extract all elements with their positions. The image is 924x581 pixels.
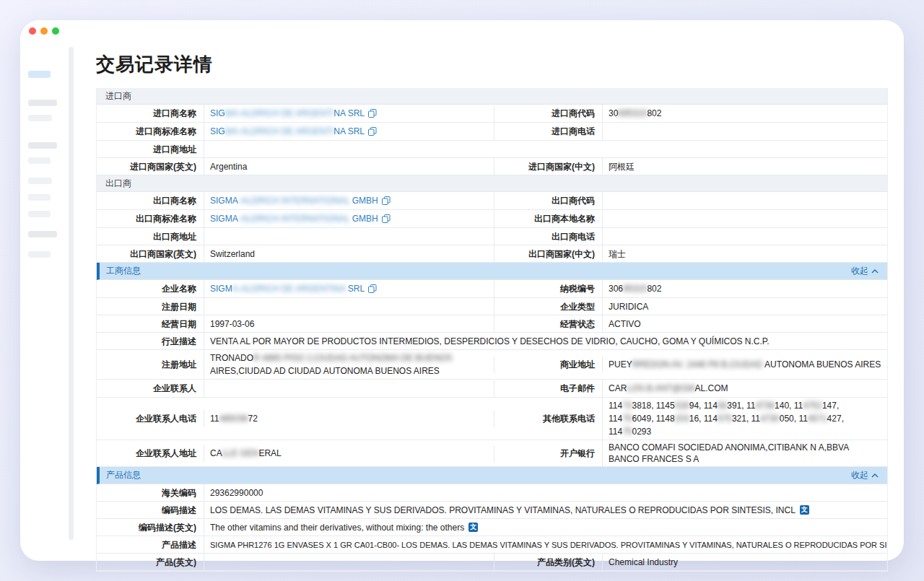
email-value: CARLOS.B.ANT@GMAL.COM: [602, 380, 887, 397]
tax-number-value: 30695315802: [602, 280, 887, 297]
section-header-exporter: 出口商: [97, 175, 887, 192]
product-en-value: [204, 554, 494, 570]
exporter-country-en-value: Switzerland: [204, 245, 494, 262]
field-label: 开户银行: [494, 445, 602, 462]
table-row: 出口商标准名称 SIGMA-ALDRICH INTERNATIONAL GMBH…: [97, 210, 887, 228]
field-label: 行业描述: [97, 333, 204, 349]
field-label: 编码描述: [97, 502, 204, 518]
field-label: 商业地址: [494, 357, 602, 373]
exporter-std-name-cell: SIGMA-ALDRICH INTERNATIONAL GMBH: [204, 210, 494, 227]
field-label: 电子邮件: [494, 380, 602, 397]
field-label: 进口商国家(中文): [494, 158, 602, 175]
field-label: 进口商电话: [494, 123, 602, 140]
importer-country-en-value: Argentina: [204, 158, 494, 175]
table-row: 经营日期 1997-03-06 经营状态 ACTIVO: [97, 315, 887, 333]
field-label: 编码描述(英文): [97, 519, 204, 536]
field-label: 产品(英文): [97, 554, 204, 570]
table-row: 出口商名称 SIGMA-ALDRICH INTERNATIONAL GMBH 出…: [97, 192, 887, 210]
field-label: 注册日期: [97, 298, 204, 315]
table-row: 企业联系人 电子邮件 CARLOS.B.ANT@GMAL.COM: [97, 380, 887, 398]
field-label: 其他联系电话: [494, 411, 602, 427]
copy-icon[interactable]: [368, 284, 377, 293]
operation-status-value: ACTIVO: [602, 315, 887, 332]
copy-icon[interactable]: [382, 196, 391, 205]
field-label: 出口商标准名称: [97, 211, 204, 227]
table-row: 产品(英文) 产品类别(英文) Chemical Industry: [97, 554, 887, 571]
section-header-business-info: 工商信息 收起: [97, 263, 887, 280]
table-row: 行业描述 VENTA AL POR MAYOR DE PRODUCTOS INT…: [97, 333, 887, 350]
exporter-std-name-link[interactable]: SIGMA-ALDRICH INTERNATIONAL GMBH: [210, 212, 378, 225]
field-label: 进口商代码: [494, 105, 602, 122]
field-label: 进口商国家(英文): [97, 158, 204, 175]
table-row: 产品描述 SIGMA PHR1276 1G ENVASES X 1 GR CA0…: [97, 536, 887, 554]
product-description-value: SIGMA PHR1276 1G ENVASES X 1 GR CA01-CB0…: [204, 536, 887, 553]
window-controls: [29, 27, 59, 35]
exporter-name-link[interactable]: SIGMA-ALDRICH INTERNATIONAL GMBH: [210, 194, 378, 207]
field-label: 产品类别(英文): [494, 554, 602, 570]
contact-address-value: CALLE GENERAL: [204, 445, 494, 462]
sidebar-skeleton-bar: [28, 231, 57, 237]
chevron-up-icon: [871, 269, 879, 274]
sidebar-skeleton-bar: [28, 115, 52, 121]
field-label: 进口商地址: [97, 141, 204, 157]
company-name-link[interactable]: SIGMA-ALDRICH DE ARGENTINA SRL: [210, 282, 365, 295]
field-label: 经营状态: [494, 315, 602, 332]
importer-country-cn-value: 阿根廷: [602, 158, 887, 175]
section-title: 产品信息: [106, 469, 141, 481]
collapse-button[interactable]: 收起: [851, 469, 879, 481]
copy-icon[interactable]: [382, 214, 391, 223]
company-contact-value: [204, 380, 494, 397]
exporter-country-cn-value: 瑞士: [602, 245, 887, 262]
sidebar-skeleton-bar: [28, 251, 51, 258]
table-row: 出口商国家(英文) Switzerland 出口商国家(中文) 瑞士: [97, 245, 887, 263]
window-minimize-button[interactable]: [40, 27, 48, 35]
field-label: 出口商名称: [97, 193, 204, 209]
field-label: 出口商国家(英文): [97, 245, 204, 262]
copy-icon[interactable]: [368, 127, 377, 136]
sidebar-skeleton-bar: [28, 100, 57, 106]
window-zoom-button[interactable]: [52, 27, 59, 35]
exporter-code-value: [602, 193, 887, 209]
table-row: 进口商名称 SIGMA-ALDRICH DE ARGENTINA SRL 进口商…: [97, 105, 887, 123]
company-type-value: JURIDICA: [602, 298, 887, 315]
sidebar-skeleton: [27, 64, 65, 258]
business-address-value: PUEYRREDON AV. 2446 P8 B,CIUDAD AUTONOMA…: [602, 357, 887, 373]
field-label: 海关编码: [97, 484, 204, 501]
copy-icon[interactable]: [368, 109, 377, 118]
main-content: 交易记录详情 进口商 进口商名称 SIGMA-ALDRICH DE ARGENT…: [96, 49, 888, 572]
table-row: 企业联系人地址 CALLE GENERAL 开户银行 BANCO COMAFI …: [97, 440, 887, 467]
detail-table: 进口商 进口商名称 SIGMA-ALDRICH DE ARGENTINA SRL…: [96, 88, 888, 572]
sidebar-skeleton-bar: [28, 157, 51, 164]
window-close-button[interactable]: [29, 27, 36, 35]
sidebar-content-divider: [69, 47, 74, 540]
table-row: 进口商国家(英文) Argentina 进口商国家(中文) 阿根廷: [97, 158, 887, 175]
field-label: 企业联系人电话: [97, 411, 204, 427]
translate-icon[interactable]: 文: [468, 523, 478, 532]
sidebar-skeleton-bar: [28, 211, 51, 217]
register-address-value: TRONADOR 4865 PISO 2,CIUDAD AUTONOMA DE …: [204, 350, 494, 379]
chevron-up-icon: [871, 473, 879, 478]
other-phones-value: 114733818, 114502894, 11458391, 11473614…: [602, 398, 887, 440]
table-row: 进口商标准名称 SIGMA-ALDRICH DE ARGENTINA SRL 进…: [97, 123, 887, 141]
importer-std-name-link[interactable]: SIGMA-ALDRICH DE ARGENTINA SRL: [210, 125, 365, 138]
field-label: 经营日期: [97, 315, 204, 332]
translate-icon[interactable]: 文: [800, 505, 809, 515]
bank-value: BANCO COMAFI SOCIEDAD ANONIMA,CITIBANK N…: [602, 440, 887, 466]
importer-name-link[interactable]: SIGMA-ALDRICH DE ARGENTINA SRL: [210, 107, 365, 120]
register-date-value: [204, 298, 494, 315]
section-title: 出口商: [105, 178, 131, 190]
exporter-address-value: [204, 228, 494, 245]
table-row: 进口商地址: [97, 141, 887, 158]
product-category-en-value: Chemical Industry: [602, 554, 887, 570]
field-label: 出口商电话: [494, 228, 602, 245]
sidebar-skeleton-bar: [28, 142, 57, 149]
table-row: 编码描述 LOS DEMAS. LAS DEMAS VITAMINAS Y SU…: [97, 502, 887, 519]
table-row: 企业联系人电话 1148503672 其他联系电话 114733818, 114…: [97, 398, 887, 440]
field-label: 出口商本地名称: [494, 211, 602, 227]
collapse-button[interactable]: 收起: [851, 265, 879, 277]
field-label: 出口商国家(中文): [494, 245, 602, 262]
contact-phone-value: 1148503672: [204, 410, 494, 427]
section-title: 进口商: [105, 90, 131, 102]
sidebar-skeleton-bar: [28, 194, 51, 201]
importer-std-name-cell: SIGMA-ALDRICH DE ARGENTINA SRL: [204, 123, 494, 140]
